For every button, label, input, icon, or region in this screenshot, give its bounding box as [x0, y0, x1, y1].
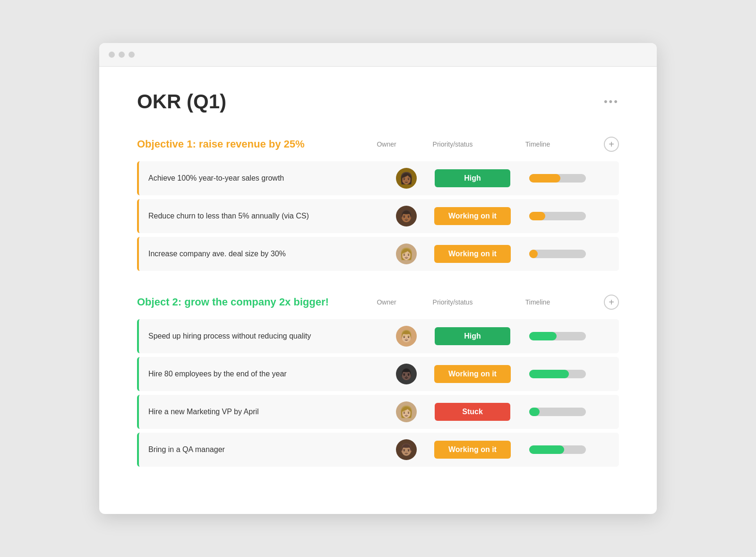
priority-badge: Stuck	[435, 403, 510, 421]
timeline-bar	[529, 212, 586, 220]
task-label: Bring in a QA manager	[139, 445, 387, 454]
col-priority-label: Priority/status	[405, 140, 500, 148]
task-row: Achieve 100% year-to-year sales growth👩🏾…	[137, 161, 619, 195]
titlebar	[99, 43, 657, 67]
add-task-button-1[interactable]: +	[604, 137, 619, 152]
task-timeline[interactable]	[520, 408, 595, 416]
app-window: OKR (Q1) ••• Objective 1: raise revenue …	[99, 43, 657, 514]
task-label: Reduce churn to less than 5% annually (v…	[139, 212, 387, 220]
avatar: 👨🏾	[396, 206, 417, 226]
task-priority[interactable]: Working on it	[425, 441, 520, 459]
task-owner[interactable]: 👩🏾	[387, 168, 425, 189]
timeline-bar	[529, 408, 586, 416]
task-priority[interactable]: Working on it	[425, 245, 520, 263]
task-row: Increase company ave. deal size by 30%👩🏼…	[137, 237, 619, 271]
timeline-fill	[529, 445, 564, 454]
task-priority[interactable]: High	[425, 169, 520, 187]
minimize-dot	[119, 52, 125, 58]
task-row: Hire a new Marketing VP by April👩🏼Stuck	[137, 395, 619, 429]
task-timeline[interactable]	[520, 445, 595, 454]
task-priority[interactable]: Stuck	[425, 403, 520, 421]
col-owner-label: Owner	[368, 140, 405, 148]
main-content: OKR (Q1) ••• Objective 1: raise revenue …	[99, 67, 657, 514]
page-header: OKR (Q1) •••	[137, 90, 619, 113]
timeline-fill	[529, 332, 557, 340]
timeline-fill	[529, 370, 569, 378]
task-priority[interactable]: Working on it	[425, 365, 520, 383]
timeline-fill	[529, 250, 538, 258]
timeline-fill	[529, 408, 540, 416]
task-timeline[interactable]	[520, 370, 595, 378]
task-timeline[interactable]	[520, 250, 595, 258]
close-dot	[109, 52, 115, 58]
timeline-bar	[529, 445, 586, 454]
timeline-fill	[529, 174, 560, 183]
task-label: Increase company ave. deal size by 30%	[139, 250, 387, 258]
timeline-bar	[529, 370, 586, 378]
priority-badge: Working on it	[434, 441, 511, 459]
section-header-obj1: Objective 1: raise revenue by 25% Owner …	[137, 137, 619, 152]
timeline-bar	[529, 250, 586, 258]
task-row: Reduce churn to less than 5% annually (v…	[137, 199, 619, 233]
section-header-obj2: Object 2: grow the company 2x bigger! Ow…	[137, 295, 619, 310]
timeline-bar	[529, 332, 586, 340]
priority-badge: High	[435, 169, 510, 187]
task-owner[interactable]: 👩🏼	[387, 401, 425, 422]
timeline-fill	[529, 212, 545, 220]
task-owner[interactable]: 👩🏼	[387, 244, 425, 264]
priority-badge: Working on it	[434, 245, 511, 263]
avatar: 👩🏼	[396, 401, 417, 422]
avatar: 👩🏾	[396, 168, 417, 189]
col-timeline-label: Timeline	[500, 298, 576, 306]
task-timeline[interactable]	[520, 174, 595, 183]
page-title: OKR (Q1)	[137, 90, 226, 113]
task-label: Hire 80 employees by the end of the year	[139, 370, 387, 378]
task-owner[interactable]: 👨🏼	[387, 326, 425, 347]
task-timeline[interactable]	[520, 332, 595, 340]
column-headers: Owner Priority/status Timeline	[368, 140, 599, 148]
task-label: Hire a new Marketing VP by April	[139, 408, 387, 416]
section-obj1: Objective 1: raise revenue by 25% Owner …	[137, 137, 619, 271]
priority-badge: High	[435, 327, 510, 345]
maximize-dot	[129, 52, 135, 58]
section-obj2: Object 2: grow the company 2x bigger! Ow…	[137, 295, 619, 467]
col-timeline-label: Timeline	[500, 140, 576, 148]
avatar: 👨🏿	[396, 364, 417, 384]
col-owner-label: Owner	[368, 298, 405, 306]
col-priority-label: Priority/status	[405, 298, 500, 306]
more-menu-button[interactable]: •••	[604, 96, 619, 108]
avatar: 👨🏼	[396, 326, 417, 347]
task-label: Achieve 100% year-to-year sales growth	[139, 174, 387, 183]
avatar: 👩🏼	[396, 244, 417, 264]
objective-title-1: Objective 1: raise revenue by 25%	[137, 138, 368, 150]
priority-badge: Working on it	[434, 207, 511, 225]
task-label: Speed up hiring process without reducing…	[139, 332, 387, 340]
avatar: 👨🏽	[396, 439, 417, 460]
task-row: Hire 80 employees by the end of the year…	[137, 357, 619, 391]
task-timeline[interactable]	[520, 212, 595, 220]
task-priority[interactable]: Working on it	[425, 207, 520, 225]
task-owner[interactable]: 👨🏽	[387, 439, 425, 460]
column-headers: Owner Priority/status Timeline	[368, 298, 599, 306]
task-row: Bring in a QA manager👨🏽Working on it	[137, 433, 619, 467]
task-row: Speed up hiring process without reducing…	[137, 319, 619, 353]
timeline-bar	[529, 174, 586, 183]
add-task-button-2[interactable]: +	[604, 295, 619, 310]
task-priority[interactable]: High	[425, 327, 520, 345]
task-owner[interactable]: 👨🏾	[387, 206, 425, 226]
task-owner[interactable]: 👨🏿	[387, 364, 425, 384]
objective-title-2: Object 2: grow the company 2x bigger!	[137, 296, 368, 308]
priority-badge: Working on it	[434, 365, 511, 383]
